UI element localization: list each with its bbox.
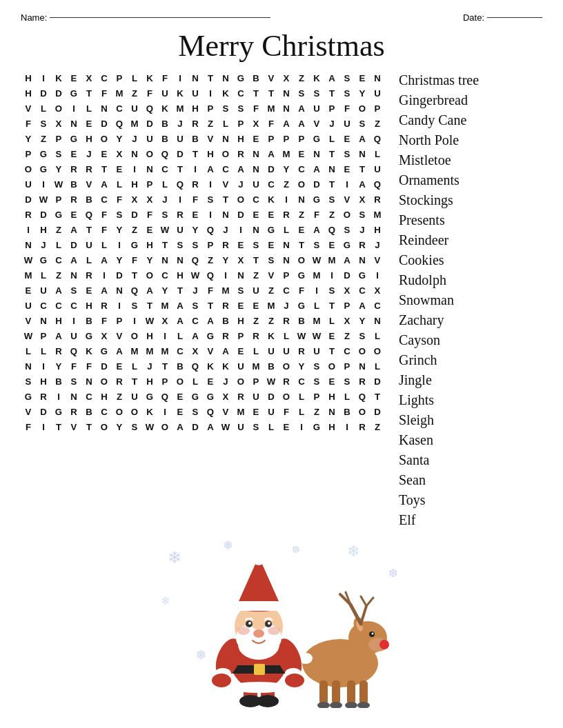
grid-cell: H	[233, 131, 248, 146]
word-list-item: Santa	[399, 450, 516, 470]
grid-cell: O	[97, 374, 112, 389]
grid-cell: E	[21, 283, 36, 298]
grid-cell: P	[112, 313, 127, 328]
grid-cell: U	[157, 85, 172, 101]
grid-cell: H	[188, 101, 203, 116]
grid-cell: Z	[36, 131, 51, 146]
grid-cell: P	[233, 328, 248, 343]
grid-cell: S	[233, 283, 248, 298]
grid-cell: S	[248, 237, 264, 252]
grid-cell: W	[264, 374, 279, 389]
grid-cell: I	[279, 192, 294, 207]
grid-cell: W	[142, 419, 157, 434]
grid-cell: I	[339, 419, 355, 434]
grid-cell: M	[309, 267, 324, 283]
grid-cell: R	[279, 207, 294, 222]
grid-cell: U	[370, 161, 385, 176]
grid-cell: T	[203, 298, 218, 313]
grid-cell: M	[112, 85, 127, 101]
grid-cell: P	[21, 146, 36, 161]
grid-cell: L	[127, 70, 142, 85]
grid-cell: Z	[370, 116, 385, 131]
grid-cell: P	[142, 176, 157, 192]
grid-cell: R	[248, 328, 264, 343]
word-list: Christmas treeGingerbreadCandy CaneNorth…	[392, 70, 516, 530]
svg-point-29	[357, 702, 370, 708]
grid-cell: I	[370, 267, 385, 283]
grid-cell: G	[339, 237, 355, 252]
grid-cell: L	[294, 404, 309, 419]
grid-cell: Q	[157, 146, 172, 161]
grid-cell: R	[81, 267, 97, 283]
grid-cell: B	[81, 313, 97, 328]
grid-cell: X	[279, 70, 294, 85]
grid-cell: S	[339, 222, 355, 237]
grid-cell: T	[203, 70, 218, 85]
grid-cell: S	[66, 283, 81, 298]
grid-cell: U	[233, 358, 248, 374]
grid-cell: L	[97, 237, 112, 252]
grid-cell: P	[279, 131, 294, 146]
grid-cell: Z	[294, 70, 309, 85]
grid-cell: T	[324, 146, 339, 161]
grid-cell: M	[157, 298, 172, 313]
grid-cell: U	[309, 343, 324, 358]
grid-cell: A	[203, 313, 218, 328]
grid-cell: E	[112, 161, 127, 176]
grid-cell: D	[264, 389, 279, 404]
grid-cell: L	[370, 328, 385, 343]
grid-cell: R	[233, 146, 248, 161]
grid-cell: J	[233, 176, 248, 192]
grid-cell: S	[218, 101, 233, 116]
grid-cell: V	[264, 267, 279, 283]
grid-cell: C	[36, 298, 51, 313]
grid-cell: N	[355, 146, 370, 161]
grid-cell: T	[172, 161, 188, 176]
grid-cell: I	[218, 267, 233, 283]
grid-cell: S	[188, 237, 203, 252]
word-list-item: Cookies	[399, 250, 516, 270]
grid-cell: B	[81, 192, 97, 207]
grid-cell: I	[324, 267, 339, 283]
grid-cell: B	[294, 313, 309, 328]
grid-cell: F	[81, 358, 97, 374]
word-list-item: Mistletoe	[399, 150, 516, 170]
grid-cell: A	[51, 328, 66, 343]
grid-cell: H	[142, 374, 157, 389]
grid-cell: Q	[203, 222, 218, 237]
grid-cell: Y	[279, 161, 294, 176]
grid-cell: I	[66, 313, 81, 328]
grid-cell: A	[51, 283, 66, 298]
grid-cell: W	[51, 176, 66, 192]
grid-cell: A	[294, 116, 309, 131]
name-underline	[50, 17, 270, 18]
grid-cell: S	[309, 85, 324, 101]
grid-cell: E	[81, 283, 97, 298]
grid-cell: F	[21, 116, 36, 131]
grid-cell: O	[279, 358, 294, 374]
grid-cell: C	[279, 283, 294, 298]
grid-cell: Y	[51, 161, 66, 176]
grid-cell: N	[36, 313, 51, 328]
grid-cell: A	[233, 161, 248, 176]
grid-cell: U	[264, 343, 279, 358]
grid-cell: T	[248, 252, 264, 267]
grid-cell: N	[370, 313, 385, 328]
grid-cell: T	[81, 222, 97, 237]
grid-cell: E	[339, 161, 355, 176]
grid-cell: N	[66, 116, 81, 131]
grid-cell: T	[218, 192, 233, 207]
grid-cell: Y	[112, 419, 127, 434]
svg-line-20	[361, 596, 366, 606]
grid-cell: T	[355, 161, 370, 176]
grid-cell: T	[264, 85, 279, 101]
grid-cell: M	[370, 207, 385, 222]
grid-cell: I	[172, 70, 188, 85]
grid-cell: L	[294, 389, 309, 404]
grid-cell: W	[21, 252, 36, 267]
grid-cell: I	[51, 389, 66, 404]
grid-cell: Q	[142, 101, 157, 116]
grid-cell: G	[142, 389, 157, 404]
grid-cell: B	[157, 116, 172, 131]
grid-cell: U	[21, 176, 36, 192]
